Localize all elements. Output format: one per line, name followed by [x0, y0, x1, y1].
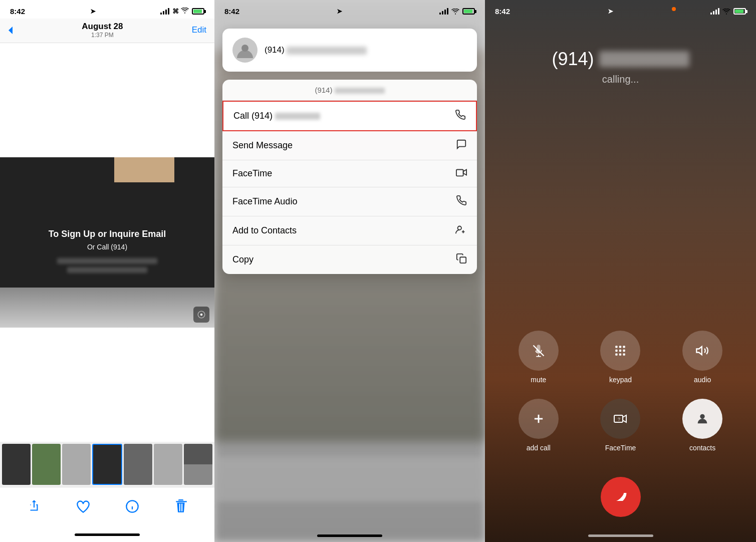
thumb-1[interactable]	[2, 444, 31, 485]
svg-rect-15	[623, 350, 625, 352]
svg-rect-10	[616, 346, 618, 348]
blur-line-1	[57, 258, 157, 264]
plus-icon	[532, 412, 546, 426]
phone-icon-svg-2	[456, 195, 467, 206]
home-bar-1	[75, 533, 140, 536]
status-time-2: 8:42	[224, 7, 239, 16]
main-photo: To Sign Up or Inquire Email Or Call (914…	[0, 157, 214, 328]
heart-icon	[76, 500, 90, 513]
add-call-button[interactable]: add call	[505, 399, 572, 452]
svg-marker-6	[463, 170, 466, 175]
wifi-icon-2	[451, 9, 459, 15]
mute-label: mute	[531, 376, 546, 384]
wifi-icon-3	[722, 9, 730, 15]
delete-button[interactable]	[175, 499, 187, 515]
facetime-call-label: FaceTime	[605, 444, 636, 452]
menu-item-add-contacts[interactable]: Add to Contacts	[222, 216, 477, 245]
edit-button[interactable]: Edit	[192, 25, 206, 35]
svg-marker-23	[623, 415, 626, 422]
audio-button[interactable]: audio	[669, 331, 736, 384]
call-number-text: (914)	[552, 49, 594, 70]
nav-sub-title: 1:37 PM	[82, 32, 123, 39]
share-button[interactable]	[28, 499, 41, 515]
thumb-2-bg	[32, 444, 61, 485]
copy-icon-svg	[456, 253, 467, 264]
contacts-button[interactable]: contacts	[669, 399, 736, 452]
status-bar-2: 8:42 ➤	[214, 0, 485, 19]
svg-rect-18	[623, 353, 625, 355]
end-call-button[interactable]	[601, 477, 641, 517]
keypad-button[interactable]: keypad	[587, 331, 654, 384]
photo-blurred-lines	[49, 258, 166, 273]
facetime-icon	[456, 168, 467, 179]
person-avatar-icon	[236, 41, 254, 59]
favorite-button[interactable]	[76, 500, 90, 514]
call-number-blur	[599, 51, 689, 67]
photo-line2: Or Call (914)	[49, 241, 166, 252]
svg-rect-16	[616, 353, 618, 355]
nav-main-title: August 28	[82, 22, 123, 32]
svg-marker-19	[696, 347, 702, 355]
svg-rect-8	[460, 257, 466, 263]
battery-fill-2	[464, 10, 472, 13]
live-photo-icon[interactable]	[193, 307, 209, 323]
thumb-3[interactable]	[62, 444, 91, 485]
add-contact-icon	[455, 224, 467, 237]
keypad-circle	[600, 331, 640, 371]
info-button[interactable]	[125, 499, 139, 515]
svg-point-7	[458, 226, 461, 230]
keypad-label: keypad	[609, 376, 632, 384]
thumb-7[interactable]	[184, 444, 212, 485]
nav-bar-1: August 28 1:37 PM Edit	[0, 19, 214, 43]
signal-bars-2	[439, 8, 448, 15]
context-menu: (914) Call (914) Send Message	[222, 80, 477, 274]
contact-card-number: (914)	[265, 45, 367, 55]
facetime-call-button[interactable]: ? FaceTime	[587, 399, 654, 452]
back-chevron-icon	[8, 26, 13, 35]
call-label: Call (914)	[233, 111, 320, 121]
message-icon	[456, 139, 467, 152]
contacts-circle	[682, 399, 722, 439]
mute-button[interactable]: mute	[505, 331, 572, 384]
menu-item-copy[interactable]: Copy	[222, 245, 477, 274]
svg-rect-13	[616, 350, 618, 352]
context-menu-header: (914)	[222, 80, 477, 101]
contact-avatar	[232, 38, 258, 63]
nav-title-block: August 28 1:37 PM	[82, 22, 123, 39]
battery-icon-2	[462, 8, 475, 15]
home-indicator-3	[485, 534, 756, 537]
location-icon: ➤	[90, 8, 96, 15]
thumb-4[interactable]	[92, 444, 123, 485]
contact-card: (914)	[222, 29, 477, 72]
end-call-area	[485, 462, 756, 542]
photo-main-area: To Sign Up or Inquire Email Or Call (914…	[0, 43, 214, 442]
blur-line-2	[67, 267, 147, 273]
menu-item-facetime[interactable]: FaceTime	[222, 160, 477, 187]
status-bar-3: 8:42 ➤	[485, 0, 756, 19]
thumb-2[interactable]	[32, 444, 61, 485]
menu-item-send-message[interactable]: Send Message	[222, 131, 477, 160]
contact-name-blur	[287, 47, 367, 55]
screen-context-menu: 8:42 ➤ (	[214, 0, 485, 542]
thumb-6[interactable]	[154, 444, 182, 485]
thumb-5-bg	[124, 444, 152, 485]
video-icon: ?	[614, 414, 627, 424]
menu-item-call[interactable]: Call (914)	[222, 101, 477, 131]
thumb-5[interactable]	[124, 444, 152, 485]
back-button[interactable]	[8, 26, 13, 35]
speaker-icon	[695, 344, 709, 358]
status-bar-1: 8:42 ➤ ⌘	[0, 0, 214, 19]
menu-item-facetime-audio[interactable]: FaceTime Audio	[222, 187, 477, 216]
status-icons-3	[710, 8, 746, 15]
facetime-label: FaceTime	[232, 168, 272, 179]
photo-content: To Sign Up or Inquire Email Or Call (914…	[0, 157, 214, 328]
photo-tan-block	[114, 157, 174, 182]
add-contacts-label: Add to Contacts	[232, 225, 297, 236]
info-icon	[125, 499, 139, 513]
facetime-audio-label: FaceTime Audio	[232, 196, 297, 207]
message-icon-svg	[456, 139, 467, 150]
location-icon-2: ➤	[337, 8, 342, 15]
facetime-call-circle: ?	[600, 399, 640, 439]
call-number-display: (914)	[552, 49, 689, 70]
svg-point-25	[700, 414, 704, 419]
